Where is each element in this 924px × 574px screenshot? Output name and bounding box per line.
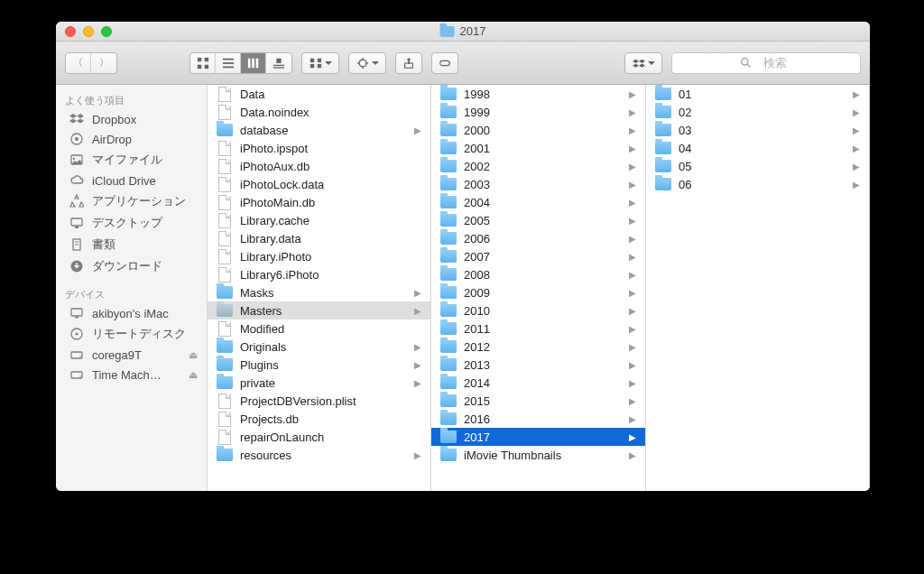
chevron-right-icon: ▶ [629, 252, 640, 262]
folder-row[interactable]: 06▶ [646, 175, 869, 193]
search-field[interactable] [671, 52, 861, 74]
file-row[interactable]: repairOnLaunch [208, 428, 430, 446]
file-row[interactable]: Data.noindex [208, 103, 430, 121]
folder-row[interactable]: 2012▶ [431, 338, 645, 356]
folder-row[interactable]: 2000▶ [431, 121, 645, 139]
action-button[interactable] [349, 53, 385, 73]
folder-row[interactable]: 2009▶ [431, 283, 645, 301]
folder-row[interactable]: 03▶ [646, 121, 869, 139]
forward-button[interactable]: 〉 [91, 53, 116, 73]
search-input[interactable] [757, 56, 793, 69]
chevron-right-icon: ▶ [629, 414, 640, 424]
sidebar-item[interactable]: iCloud Drive [56, 171, 207, 190]
share-button[interactable] [396, 53, 421, 73]
folder-row[interactable]: 2001▶ [431, 139, 645, 157]
arrange-button[interactable] [302, 53, 338, 73]
file-row[interactable]: ProjectDBVersion.plist [208, 392, 430, 410]
coverflow-view-button[interactable] [266, 53, 291, 73]
svg-point-41 [79, 356, 81, 357]
sidebar-item[interactable]: マイファイル [56, 149, 207, 171]
column-view-button[interactable] [241, 53, 266, 73]
file-row[interactable]: Library6.iPhoto [208, 265, 430, 283]
file-row[interactable]: Library.iPhoto [208, 247, 430, 265]
back-button[interactable]: 〈 [66, 53, 91, 73]
file-row[interactable]: iPhoto.ipspot [208, 139, 430, 157]
eject-icon[interactable]: ⏏ [189, 349, 198, 361]
dropbox-button[interactable] [625, 53, 661, 73]
folder-row[interactable]: 1999▶ [431, 103, 645, 121]
file-icon [218, 430, 231, 445]
file-row[interactable]: iPhotoAux.db [208, 157, 430, 175]
folder-row[interactable]: database▶ [208, 121, 430, 139]
item-name: Library.data [240, 232, 301, 245]
folder-row[interactable]: 2013▶ [431, 356, 645, 374]
folder-row[interactable]: resources▶ [208, 446, 430, 464]
file-row[interactable]: Library.data [208, 229, 430, 247]
folder-row[interactable]: 2004▶ [431, 193, 645, 211]
item-name: 2015 [464, 394, 490, 408]
folder-row[interactable]: iMovie Thumbnails▶ [431, 446, 645, 464]
chevron-right-icon: ▶ [414, 360, 425, 370]
zoom-button[interactable] [101, 26, 112, 37]
sidebar-item[interactable]: Time Mach…⏏ [56, 365, 207, 384]
svg-point-27 [75, 137, 79, 141]
folder-row[interactable]: 2003▶ [431, 175, 645, 193]
folder-row[interactable]: 2016▶ [431, 410, 645, 428]
file-row[interactable]: iPhotoMain.db [208, 193, 430, 211]
sidebar-item[interactable]: corega9T⏏ [56, 345, 207, 365]
minimize-button[interactable] [83, 26, 94, 37]
folder-row[interactable]: 2015▶ [431, 392, 645, 410]
icon-view-button[interactable] [190, 53, 216, 73]
folder-row[interactable]: 2010▶ [431, 301, 645, 319]
file-row[interactable]: Data [208, 85, 430, 103]
folder-row[interactable]: 2014▶ [431, 374, 645, 392]
svg-rect-20 [356, 62, 359, 63]
chevron-right-icon: ▶ [629, 180, 640, 190]
folder-row[interactable]: 2005▶ [431, 211, 645, 229]
folder-row[interactable]: 1998▶ [431, 85, 645, 103]
list-view-button[interactable] [216, 53, 241, 73]
svg-rect-42 [71, 372, 82, 378]
chevron-right-icon: ▶ [629, 144, 640, 153]
file-row[interactable]: Library.cache [208, 211, 430, 229]
sidebar-item[interactable]: ダウンロード [56, 255, 207, 277]
sidebar-item[interactable]: akibyon's iMac [56, 303, 207, 323]
folder-row[interactable]: 04▶ [646, 139, 869, 157]
svg-point-29 [73, 158, 75, 160]
folder-row[interactable]: Originals▶ [208, 338, 430, 356]
sidebar-item[interactable]: 書類 [56, 234, 207, 255]
folder-row[interactable]: private▶ [208, 374, 430, 392]
file-icon [218, 105, 231, 120]
folder-row[interactable]: Masters▶ [208, 301, 430, 319]
folder-row[interactable]: 2008▶ [431, 265, 645, 283]
folder-row[interactable]: 2006▶ [431, 229, 645, 247]
tags-button[interactable] [432, 53, 457, 73]
chevron-right-icon: ▶ [853, 89, 864, 99]
column-3[interactable]: 01▶02▶03▶04▶05▶06▶ [646, 85, 870, 491]
svg-rect-31 [75, 227, 79, 228]
folder-row[interactable]: 01▶ [646, 85, 869, 103]
item-name: 2010 [464, 304, 490, 318]
folder-row[interactable]: 02▶ [646, 103, 869, 121]
file-row[interactable]: iPhotoLock.data [208, 175, 430, 193]
sidebar-item[interactable]: リモートディスク [56, 323, 207, 345]
sidebar-item[interactable]: アプリケーション [56, 190, 207, 212]
column-2[interactable]: 1998▶1999▶2000▶2001▶2002▶2003▶2004▶2005▶… [431, 85, 646, 491]
folder-row[interactable]: 2011▶ [431, 319, 645, 338]
folder-row[interactable]: 2002▶ [431, 157, 645, 175]
folder-row[interactable]: 2007▶ [431, 247, 645, 265]
folder-row[interactable]: Masks▶ [208, 283, 430, 301]
sidebar-item[interactable]: Dropbox [56, 109, 207, 129]
folder-row[interactable]: 05▶ [646, 157, 869, 175]
file-row[interactable]: Projects.db [208, 410, 430, 428]
file-icon [218, 393, 231, 409]
sidebar-item[interactable]: デスクトップ [56, 212, 207, 234]
sidebar-item-label: akibyon's iMac [92, 307, 169, 320]
file-row[interactable]: Modified [208, 319, 430, 338]
eject-icon[interactable]: ⏏ [189, 369, 198, 381]
sidebar-item[interactable]: AirDrop [56, 129, 207, 149]
column-1[interactable]: DataData.noindexdatabase▶iPhoto.ipspotiP… [208, 85, 431, 491]
folder-row[interactable]: Plugins▶ [208, 356, 430, 374]
close-button[interactable] [65, 26, 76, 37]
folder-row[interactable]: 2017▶ [431, 428, 645, 446]
